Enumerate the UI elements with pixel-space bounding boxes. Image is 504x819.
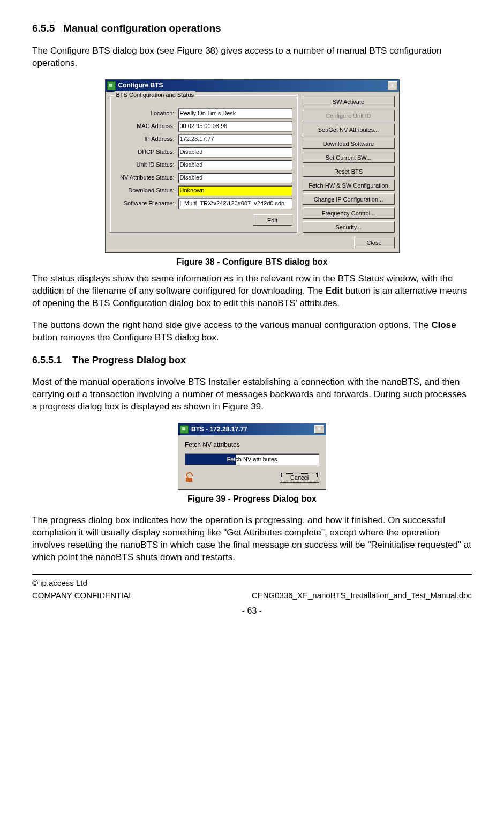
page-number: - 63 -	[32, 605, 472, 617]
frequency-control-button[interactable]: Frequency Control...	[303, 207, 395, 219]
window-title: Configure BTS	[118, 81, 163, 90]
close-icon[interactable]: ×	[388, 81, 397, 90]
location-input[interactable]: Really On Tim's Desk	[178, 108, 292, 119]
download-status-label: Download Status:	[115, 187, 175, 195]
close-button[interactable]: Close	[354, 237, 395, 248]
sw-filename-label: Software Filename:	[115, 199, 175, 207]
download-status-input[interactable]: Unknown	[178, 185, 292, 196]
bts-config-groupbox: BTS Configuration and Status Location: R…	[110, 95, 297, 233]
mac-input[interactable]: 00:02:95:00:08:96	[178, 121, 292, 132]
close-icon[interactable]: ×	[314, 425, 324, 434]
paragraph: The progress dialog box indicates how th…	[32, 515, 472, 564]
dhcp-label: DHCP Status:	[115, 148, 175, 156]
fetch-config-button[interactable]: Fetch HW & SW Configuration	[303, 180, 395, 191]
page-footer: © ip.access Ltd COMPANY CONFIDENTIAL CEN…	[32, 578, 472, 616]
progress-bar-text: Fetch NV attributes	[185, 454, 319, 465]
sw-filename-input[interactable]: j_Multi_TRX\v242\120a007_v242d0.sdp	[178, 198, 292, 209]
nv-label: NV Attributes Status:	[115, 174, 175, 182]
paragraph: Most of the manual operations involve BT…	[32, 376, 472, 413]
reset-bts-button[interactable]: Reset BTS	[303, 166, 395, 177]
paragraph: The Configure BTS dialog box (see Figure…	[32, 45, 472, 70]
progress-dialog: BTS - 172.28.17.77 × Fetch NV attributes…	[178, 423, 326, 490]
progress-bar: Fetch NV attributes	[185, 453, 319, 465]
unitid-input[interactable]: Disabled	[178, 160, 292, 170]
footer-rule	[32, 574, 472, 575]
cancel-button[interactable]: Cancel	[280, 472, 319, 483]
mac-label: MAC Address:	[115, 122, 175, 130]
unitid-label: Unit ID Status:	[115, 161, 175, 169]
figure-39-container: BTS - 172.28.17.77 × Fetch NV attributes…	[32, 423, 472, 490]
subsection-number: 6.5.5.1	[32, 355, 62, 366]
location-label: Location:	[115, 109, 175, 117]
paragraph: The status displays show the same inform…	[32, 273, 472, 310]
titlebar: Configure BTS ×	[106, 80, 399, 92]
figure-38-caption: Figure 38 - Configure BTS dialog box	[32, 256, 472, 268]
sw-activate-button[interactable]: SW Activate	[303, 96, 395, 107]
subsection-title: The Progress Dialog box	[72, 355, 186, 366]
subsection-heading: 6.5.5.1 The Progress Dialog box	[32, 354, 472, 367]
footer-confidential: COMPANY CONFIDENTIAL	[32, 590, 133, 601]
paragraph: The buttons down the right hand side giv…	[32, 319, 472, 344]
unlocked-icon	[185, 473, 193, 482]
ip-label: IP Address:	[115, 135, 175, 143]
dhcp-input[interactable]: Disabled	[178, 147, 292, 158]
change-ip-button[interactable]: Change IP Configuration...	[303, 193, 395, 205]
figure-38-container: Configure BTS × BTS Configuration and St…	[32, 79, 472, 253]
titlebar: BTS - 172.28.17.77 ×	[178, 423, 326, 435]
window-title: BTS - 172.28.17.77	[191, 425, 247, 434]
section-heading: 6.5.5 Manual configuration operations	[32, 21, 472, 35]
footer-docname: CENG0336_XE_nanoBTS_Installation_and_Tes…	[252, 590, 472, 601]
app-icon	[180, 425, 189, 434]
edit-button[interactable]: Edit	[253, 214, 292, 226]
security-button[interactable]: Security...	[303, 221, 395, 233]
download-software-button[interactable]: Download Software	[303, 138, 395, 149]
section-title: Manual configuration operations	[63, 23, 221, 34]
groupbox-legend: BTS Configuration and Status	[115, 91, 196, 99]
button-column: SW Activate Configure Unit ID Set/Get NV…	[303, 95, 395, 233]
figure-39-caption: Figure 39 - Progress Dialog box	[32, 493, 472, 505]
set-current-sw-button[interactable]: Set Current SW...	[303, 152, 395, 163]
configure-bts-dialog: Configure BTS × BTS Configuration and St…	[105, 79, 400, 253]
footer-copyright: © ip.access Ltd	[32, 578, 472, 589]
nv-input[interactable]: Disabled	[178, 173, 292, 183]
configure-unit-id-button[interactable]: Configure Unit ID	[303, 110, 395, 121]
progress-label: Fetch NV attributes	[185, 441, 319, 449]
setget-nv-button[interactable]: Set/Get NV Attributes...	[303, 124, 395, 135]
app-icon	[107, 81, 116, 90]
section-number: 6.5.5	[32, 23, 55, 34]
ip-input[interactable]: 172.28.17.77	[178, 134, 292, 145]
